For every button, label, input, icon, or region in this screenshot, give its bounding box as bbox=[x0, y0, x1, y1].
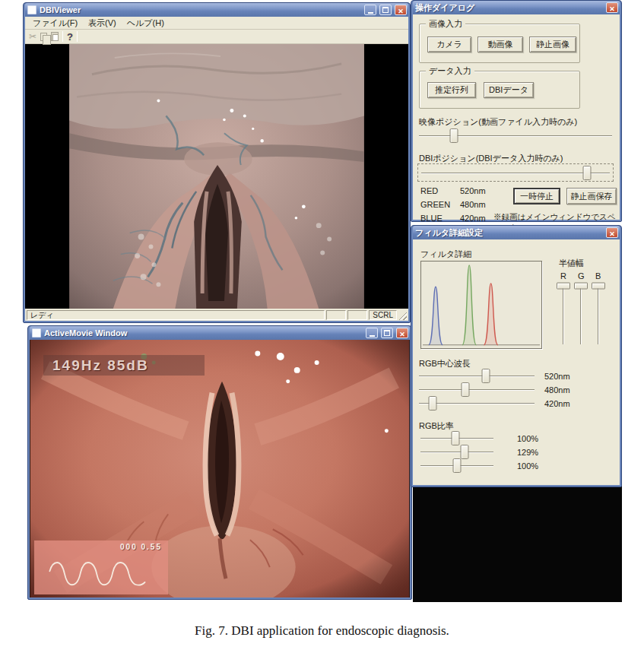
group-label: 画像入力 bbox=[426, 18, 465, 30]
minimize-button[interactable] bbox=[366, 328, 378, 338]
dbi-position-slider[interactable] bbox=[421, 166, 610, 181]
endoscopic-image-dbi bbox=[69, 44, 364, 309]
status-scroll-indicator: SCRL bbox=[369, 310, 397, 320]
menu-bar: ファイル(F) 表示(V) ヘルプ(H) bbox=[25, 17, 408, 30]
slider-thumb[interactable] bbox=[574, 283, 588, 290]
save-still-button[interactable]: 静止画保存 bbox=[566, 188, 617, 204]
video-area: 149Hz 85dB 000 0.55 bbox=[30, 340, 410, 598]
maximize-button[interactable] bbox=[379, 5, 392, 15]
dbi-position-label: DBIポジション(DBIデータ入力時のみ) bbox=[419, 153, 563, 164]
paste-icon[interactable] bbox=[51, 32, 59, 41]
filter-dialog-titlebar[interactable]: フィルタ詳細設定 bbox=[413, 226, 620, 239]
toolbar-separator bbox=[77, 31, 78, 42]
maximize-button[interactable] bbox=[381, 328, 393, 338]
filter-settings-dialog: フィルタ詳細設定 フィルタ詳細 半値幅 R G B bbox=[411, 225, 622, 487]
cut-icon[interactable] bbox=[29, 32, 36, 41]
operation-dialog: 操作ダイアログ 画像入力 カメラ 動画像 静止画像 データ入力 推定行列 DBI… bbox=[411, 0, 622, 222]
still-image-button[interactable]: 静止画像 bbox=[529, 36, 576, 52]
dialog-title: フィルタ詳細設定 bbox=[415, 227, 603, 239]
slider-thumb[interactable] bbox=[429, 396, 437, 411]
slider-track[interactable] bbox=[598, 284, 599, 344]
center-wavelength-label: RGB中心波長 bbox=[419, 358, 471, 369]
data-input-group: データ入力 推定行列 DBIデータ bbox=[419, 71, 580, 109]
center-wavelength-slider-g[interactable] bbox=[419, 382, 535, 398]
slider-thumb[interactable] bbox=[557, 283, 570, 290]
waveform-overlay: 000 0.55 bbox=[34, 540, 168, 594]
slider-thumb[interactable] bbox=[452, 431, 460, 445]
channel-name: RED bbox=[420, 186, 438, 195]
filter-spectrum-plot bbox=[420, 261, 542, 349]
channel-name: BLUE bbox=[420, 214, 443, 223]
ratio-value: 100% bbox=[517, 434, 538, 443]
operation-dialog-titlebar[interactable]: 操作ダイアログ bbox=[413, 1, 620, 14]
slider-track[interactable] bbox=[419, 376, 535, 377]
dbiviewer-window: DBIViewer ファイル(F) 表示(V) ヘルプ(H) bbox=[23, 2, 411, 323]
copy-icon[interactable] bbox=[40, 33, 47, 41]
toolbar-separator bbox=[62, 31, 63, 42]
slider-track[interactable] bbox=[421, 173, 610, 174]
ratio-slider-b[interactable] bbox=[420, 458, 493, 474]
filter-peaks-chart bbox=[421, 262, 541, 348]
ratio-value: 100% bbox=[517, 461, 538, 471]
app-icon bbox=[27, 5, 36, 14]
slider-thumb[interactable] bbox=[583, 166, 592, 180]
center-wavelength-value: 420nm bbox=[544, 399, 570, 408]
slider-thumb[interactable] bbox=[460, 445, 468, 459]
ratio-slider-g[interactable] bbox=[420, 445, 493, 460]
channel-value: 480nm bbox=[460, 200, 486, 209]
slider-thumb[interactable] bbox=[592, 283, 605, 290]
slider-track[interactable] bbox=[420, 452, 493, 453]
waveform-counter: 000 0.55 bbox=[120, 543, 162, 551]
center-wavelength-slider-b[interactable] bbox=[419, 396, 535, 411]
fwhm-slider-g[interactable] bbox=[574, 284, 588, 344]
estimation-matrix-button[interactable]: 推定行列 bbox=[427, 82, 476, 98]
slider-thumb[interactable] bbox=[461, 382, 469, 397]
status-bar: レディ SCRL bbox=[25, 309, 408, 321]
slider-track[interactable] bbox=[563, 284, 564, 344]
menu-file[interactable]: ファイル(F) bbox=[28, 17, 82, 30]
slider-thumb[interactable] bbox=[482, 369, 490, 383]
close-button[interactable] bbox=[606, 2, 618, 13]
center-wavelength-value: 480nm bbox=[544, 385, 570, 395]
channel-value: 420nm bbox=[460, 214, 486, 223]
channel-value: 520nm bbox=[460, 186, 486, 195]
rgb-ratio-label: RGB比率 bbox=[419, 420, 454, 432]
camera-button[interactable]: カメラ bbox=[427, 36, 471, 52]
video-hud-overlay: 149Hz 85dB bbox=[43, 355, 205, 376]
fwhm-label: 半値幅 bbox=[559, 258, 584, 269]
close-button[interactable] bbox=[396, 328, 408, 338]
minimize-button[interactable] bbox=[364, 5, 376, 15]
close-button[interactable] bbox=[606, 227, 618, 238]
menu-view[interactable]: 表示(V) bbox=[84, 17, 121, 30]
status-pane bbox=[347, 310, 367, 320]
fwhm-slider-r[interactable] bbox=[557, 284, 570, 344]
ratio-slider-r[interactable] bbox=[420, 431, 493, 446]
close-button[interactable] bbox=[395, 5, 407, 15]
fwhm-slider-b[interactable] bbox=[592, 284, 605, 344]
slider-track[interactable] bbox=[580, 284, 582, 344]
dbiviewer-titlebar[interactable]: DBIViewer bbox=[25, 3, 408, 17]
image-input-group: 画像入力 カメラ 動画像 静止画像 bbox=[419, 24, 580, 63]
app-icon bbox=[32, 328, 41, 338]
filter-detail-label: フィルタ詳細 bbox=[420, 249, 471, 260]
viewer-client-area bbox=[25, 44, 408, 309]
resize-grip[interactable] bbox=[398, 310, 407, 320]
status-pane bbox=[326, 310, 346, 320]
video-image-button[interactable]: 動画像 bbox=[477, 36, 523, 52]
slider-track[interactable] bbox=[419, 135, 612, 137]
help-icon[interactable] bbox=[67, 32, 73, 42]
menu-help[interactable]: ヘルプ(H) bbox=[122, 17, 169, 30]
window-title: DBIViewer bbox=[40, 5, 361, 14]
slider-thumb[interactable] bbox=[453, 458, 462, 473]
dbi-data-button[interactable]: DBIデータ bbox=[484, 82, 534, 98]
video-position-slider[interactable] bbox=[419, 128, 612, 144]
pause-button[interactable]: 一時停止 bbox=[513, 188, 560, 204]
fwhm-channel-label: B bbox=[595, 271, 601, 281]
toolbar bbox=[25, 30, 408, 44]
ratio-value: 129% bbox=[517, 448, 538, 457]
desktop-background bbox=[413, 486, 622, 602]
activemovie-titlebar[interactable]: ActiveMovie Window bbox=[30, 326, 410, 340]
center-wavelength-slider-r[interactable] bbox=[419, 369, 535, 384]
slider-thumb[interactable] bbox=[449, 128, 458, 143]
slider-track[interactable] bbox=[419, 389, 535, 391]
